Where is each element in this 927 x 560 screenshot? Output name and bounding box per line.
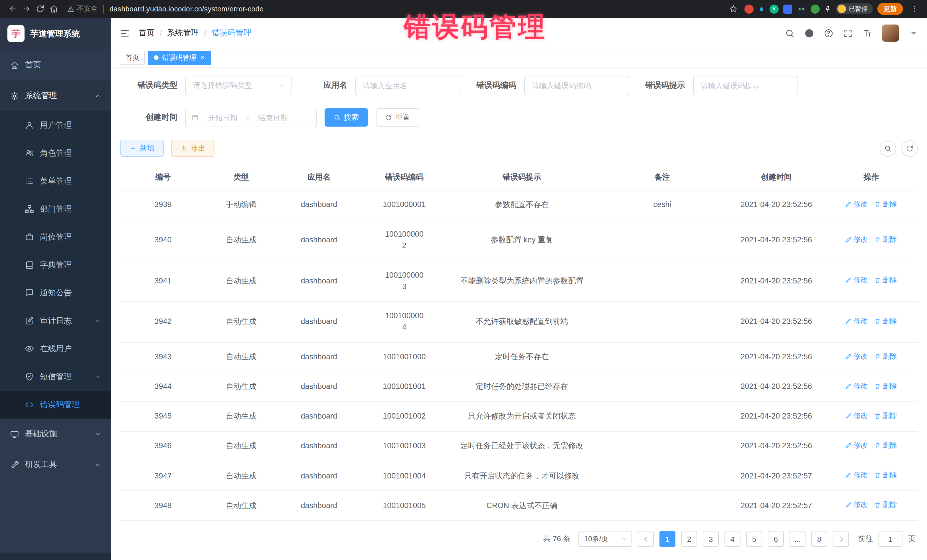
sidebar-item-0[interactable]: 首页 — [0, 50, 111, 80]
sidebar-item-4[interactable]: 菜单管理 — [0, 167, 111, 195]
edit-link[interactable]: 修改 — [845, 440, 868, 451]
breadcrumb-item-0[interactable]: 首页 — [138, 28, 155, 38]
edit-link[interactable]: 修改 — [845, 199, 868, 210]
edit-link[interactable]: 修改 — [845, 500, 868, 511]
column-header-0: 编号 — [120, 165, 206, 190]
user-avatar[interactable] — [882, 24, 899, 42]
end-date-input[interactable] — [252, 113, 293, 122]
sidebar-item-6[interactable]: 岗位管理 — [0, 223, 111, 251]
app-name-input[interactable] — [356, 76, 460, 95]
tab-1[interactable]: 错误码管理 — [148, 50, 211, 65]
github-icon[interactable] — [804, 28, 814, 38]
page-button-5[interactable]: 5 — [746, 531, 762, 547]
browser-menu-icon[interactable] — [907, 2, 921, 16]
add-button[interactable]: 新增 — [120, 140, 164, 157]
page-button-4[interactable]: 4 — [725, 531, 740, 547]
sidebar-item-1[interactable]: 系统管理 — [0, 80, 111, 111]
close-icon[interactable] — [200, 55, 205, 61]
breadcrumb-item-1[interactable]: 系统管理 — [167, 28, 199, 38]
cell-app: dashboard — [277, 402, 361, 431]
sidebar-item-12[interactable]: 错误码管理 — [0, 391, 111, 419]
bookmark-star-icon[interactable] — [726, 2, 740, 16]
page-button-8[interactable]: 8 — [811, 531, 827, 547]
grid-extension-icon[interactable] — [783, 4, 792, 14]
browser-forward-icon[interactable] — [20, 2, 33, 16]
delete-link[interactable]: 删除 — [874, 351, 897, 362]
edit-link[interactable]: 修改 — [845, 411, 868, 422]
sidebar-toggle-icon[interactable] — [120, 28, 129, 38]
delete-link[interactable]: 删除 — [874, 316, 897, 327]
error-code-input[interactable] — [524, 76, 629, 95]
browser-reload-icon[interactable] — [33, 2, 47, 16]
url-text[interactable]: dashboard.yudao.iocoder.cn/system/error-… — [109, 5, 264, 13]
next-page-button[interactable] — [833, 531, 849, 547]
font-size-icon[interactable] — [863, 28, 872, 38]
security-badge[interactable]: 不安全 — [67, 4, 97, 14]
page-ellipsis[interactable]: ... — [790, 531, 805, 547]
edit-link[interactable]: 修改 — [845, 351, 868, 362]
green-extension-icon[interactable] — [811, 4, 820, 14]
sidebar-item-10[interactable]: 在线用户 — [0, 335, 111, 363]
page-button-1[interactable]: 1 — [660, 531, 675, 547]
picker-extension-icon[interactable] — [758, 5, 765, 12]
start-date-input[interactable] — [202, 113, 243, 122]
goto-page-input[interactable] — [878, 531, 903, 547]
page-size-select[interactable]: 10条/页 — [579, 531, 632, 547]
page-button-6[interactable]: 6 — [768, 531, 784, 547]
caret-down-icon[interactable] — [909, 28, 918, 38]
profile-paused-label: 已暂停 — [849, 5, 868, 13]
edit-link[interactable]: 修改 — [845, 470, 868, 481]
sidebar-item-11[interactable]: 短信管理 — [0, 363, 111, 391]
delete-link[interactable]: 删除 — [874, 381, 897, 392]
sidebar-item-7[interactable]: 字典管理 — [0, 251, 111, 279]
profile-paused-badge[interactable]: 已暂停 — [836, 3, 873, 14]
delete-link[interactable]: 删除 — [874, 470, 897, 481]
v-extension-icon[interactable]: V — [769, 4, 779, 14]
record-extension-icon[interactable] — [745, 4, 754, 14]
book-icon — [25, 261, 33, 269]
delete-link[interactable]: 删除 — [874, 411, 897, 422]
prev-page-button[interactable] — [638, 531, 654, 547]
page-button-3[interactable]: 3 — [703, 531, 719, 547]
page-button-2[interactable]: 2 — [681, 531, 697, 547]
pin-extension-icon[interactable] — [824, 5, 831, 12]
sidebar-item-3[interactable]: 角色管理 — [0, 139, 111, 167]
browser-back-icon[interactable] — [6, 2, 20, 16]
cell-remark — [596, 491, 728, 521]
browser-home-icon[interactable] — [47, 2, 61, 16]
edit-link[interactable]: 修改 — [845, 316, 868, 327]
sidebar-item-14[interactable]: 研发工具 — [0, 449, 111, 480]
sidebar-item-9[interactable]: 审计日志 — [0, 307, 111, 335]
search-icon[interactable] — [785, 28, 795, 38]
error-hint-input[interactable] — [693, 76, 798, 95]
cell-time: 2021-04-20 23:52:56 — [728, 431, 824, 461]
search-button[interactable]: 搜索 — [325, 108, 368, 127]
edit-link[interactable]: 修改 — [845, 381, 868, 392]
delete-link[interactable]: 删除 — [874, 234, 897, 245]
cell-code: 1001001000 — [361, 342, 447, 372]
delete-link[interactable]: 删除 — [874, 199, 897, 210]
delete-link[interactable]: 删除 — [874, 275, 897, 286]
briefcase-icon — [25, 233, 33, 241]
question-icon[interactable] — [824, 28, 833, 38]
date-range-picker[interactable]: - — [185, 108, 317, 127]
delete-link[interactable]: 删除 — [874, 500, 897, 511]
edit-link[interactable]: 修改 — [845, 275, 868, 286]
browser-update-button[interactable]: 更新 — [877, 3, 903, 15]
sidebar-item-8[interactable]: 通知公告 — [0, 279, 111, 307]
fullscreen-icon[interactable] — [843, 28, 853, 38]
switch-extension-icon[interactable]: on — [797, 4, 806, 14]
edit-link[interactable]: 修改 — [845, 234, 868, 245]
delete-link[interactable]: 删除 — [874, 440, 897, 451]
chevron-down-icon — [95, 318, 101, 324]
tab-0[interactable]: 首页 — [120, 50, 145, 65]
sidebar-item-5[interactable]: 部门管理 — [0, 195, 111, 223]
error-type-select[interactable]: 请选择错误码类型 — [185, 76, 292, 95]
reset-button[interactable]: 重置 — [376, 108, 419, 127]
export-button[interactable]: 导出 — [171, 140, 214, 157]
refresh-table-button[interactable] — [901, 140, 918, 156]
app-logo[interactable]: 芋 芋道管理系统 — [0, 18, 111, 50]
sidebar-item-2[interactable]: 用户管理 — [0, 111, 111, 139]
sidebar-item-13[interactable]: 基础设施 — [0, 419, 111, 449]
toggle-search-button[interactable] — [880, 140, 896, 156]
